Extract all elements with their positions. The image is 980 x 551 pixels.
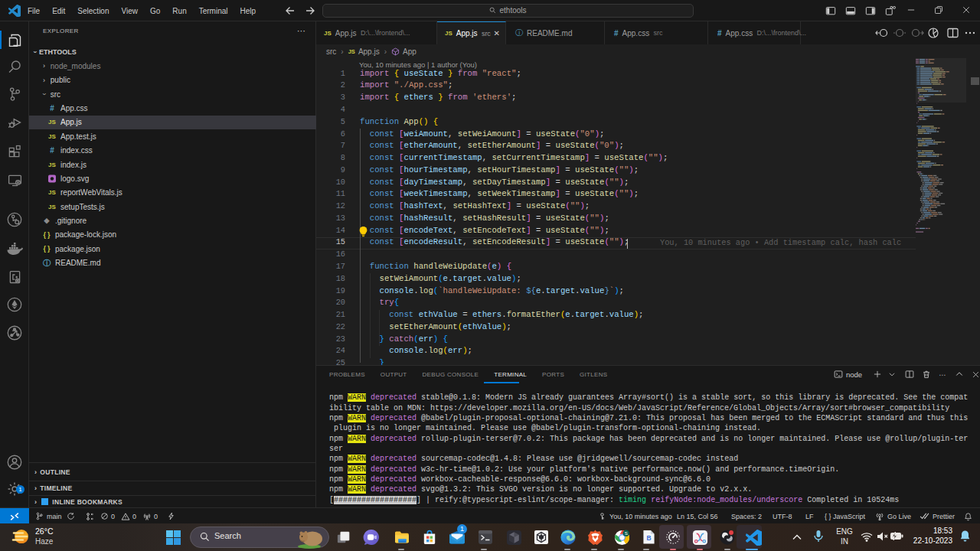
svg-text:S: S [624, 530, 627, 535]
svg-text:B: B [646, 534, 651, 542]
